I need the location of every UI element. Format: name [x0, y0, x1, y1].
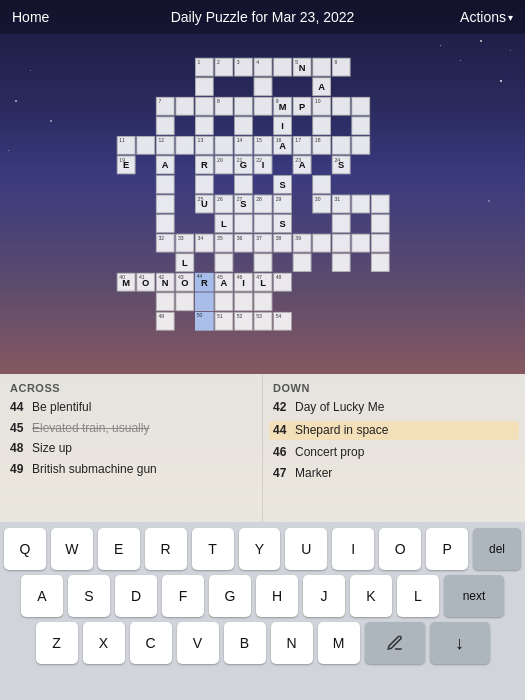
cell[interactable] — [195, 175, 214, 194]
pen-icon-key[interactable] — [365, 622, 425, 664]
cell[interactable] — [116, 77, 135, 96]
cell[interactable] — [234, 332, 253, 351]
cell[interactable] — [234, 175, 253, 194]
cell[interactable] — [253, 214, 272, 233]
cell[interactable] — [155, 175, 174, 194]
cell[interactable] — [292, 292, 311, 311]
cell[interactable] — [214, 292, 233, 311]
next-key[interactable]: next — [444, 575, 504, 617]
cell[interactable] — [136, 292, 155, 311]
cell[interactable]: A — [155, 156, 174, 175]
cell[interactable]: 44R — [195, 273, 214, 292]
cell[interactable]: 46I — [234, 273, 253, 292]
cell[interactable] — [136, 312, 155, 331]
cell[interactable]: 15 — [253, 136, 272, 155]
key-G[interactable]: G — [209, 575, 251, 617]
cell[interactable]: 11 — [116, 136, 135, 155]
cell[interactable]: A — [312, 77, 331, 96]
cell[interactable]: 51 — [214, 312, 233, 331]
cell[interactable] — [195, 332, 214, 351]
cell[interactable] — [331, 273, 350, 292]
cell[interactable]: 41O — [136, 273, 155, 292]
cell[interactable] — [370, 136, 389, 155]
clue-down-44[interactable]: 44 Shepard in space — [269, 421, 519, 441]
cell[interactable] — [136, 332, 155, 351]
down-arrow-key[interactable]: ↓ — [430, 622, 490, 664]
cell[interactable] — [234, 77, 253, 96]
key-Y[interactable]: Y — [239, 528, 281, 570]
cell[interactable] — [253, 116, 272, 135]
cell[interactable]: L — [175, 253, 194, 272]
cell[interactable] — [273, 332, 292, 351]
key-K[interactable]: K — [350, 575, 392, 617]
cell[interactable] — [253, 97, 272, 116]
cell[interactable] — [390, 116, 409, 135]
cell[interactable] — [331, 77, 350, 96]
cell[interactable] — [370, 116, 389, 135]
cell[interactable] — [155, 77, 174, 96]
cell[interactable] — [390, 253, 409, 272]
cell[interactable] — [351, 312, 370, 331]
cell[interactable] — [370, 312, 389, 331]
cell[interactable]: 38 — [273, 234, 292, 253]
cell[interactable] — [370, 273, 389, 292]
cell[interactable] — [292, 175, 311, 194]
clue-down-42[interactable]: 42 Day of Lucky Me — [273, 400, 515, 416]
cell[interactable] — [136, 77, 155, 96]
cell[interactable]: 36 — [234, 234, 253, 253]
cell[interactable] — [292, 253, 311, 272]
cell[interactable] — [370, 77, 389, 96]
cell[interactable] — [331, 97, 350, 116]
cell[interactable]: 45A — [214, 273, 233, 292]
cell[interactable] — [331, 312, 350, 331]
cell[interactable] — [390, 292, 409, 311]
cell[interactable] — [331, 234, 350, 253]
cell[interactable]: 39 — [292, 234, 311, 253]
cell[interactable] — [116, 175, 135, 194]
cell[interactable] — [116, 253, 135, 272]
cell[interactable]: 18 — [312, 136, 331, 155]
cell[interactable]: 12 — [155, 136, 174, 155]
cell[interactable] — [312, 156, 331, 175]
crossword-grid[interactable]: 12345N6A789MP10I111213141516A171819EAR20… — [116, 58, 408, 350]
cell[interactable] — [331, 175, 350, 194]
cell[interactable] — [273, 292, 292, 311]
cell[interactable]: 35 — [214, 234, 233, 253]
key-F[interactable]: F — [162, 575, 204, 617]
cell[interactable] — [312, 234, 331, 253]
cell[interactable] — [195, 214, 214, 233]
cell[interactable] — [136, 116, 155, 135]
cell[interactable] — [370, 253, 389, 272]
cell[interactable] — [390, 58, 409, 77]
cell[interactable] — [273, 253, 292, 272]
cell[interactable] — [175, 332, 194, 351]
cell[interactable]: 17 — [292, 136, 311, 155]
cell[interactable] — [331, 214, 350, 233]
cell[interactable]: 53 — [253, 312, 272, 331]
clue-across-49[interactable]: 49 British submachine gun — [10, 462, 252, 478]
cell[interactable]: 9M — [273, 97, 292, 116]
cell[interactable] — [136, 136, 155, 155]
cell[interactable]: 7 — [155, 97, 174, 116]
cell[interactable] — [214, 175, 233, 194]
cell[interactable] — [175, 136, 194, 155]
cell[interactable] — [292, 214, 311, 233]
cell[interactable] — [370, 234, 389, 253]
cell[interactable]: 30 — [312, 195, 331, 214]
cell[interactable] — [351, 77, 370, 96]
key-T[interactable]: T — [192, 528, 234, 570]
key-J[interactable]: J — [303, 575, 345, 617]
cell[interactable] — [136, 253, 155, 272]
cell[interactable] — [370, 156, 389, 175]
cell[interactable] — [214, 77, 233, 96]
cell[interactable] — [155, 292, 174, 311]
cell[interactable] — [351, 195, 370, 214]
cell[interactable] — [312, 292, 331, 311]
cell[interactable]: 52 — [234, 312, 253, 331]
cell[interactable] — [390, 195, 409, 214]
cell[interactable] — [351, 97, 370, 116]
cell[interactable] — [234, 292, 253, 311]
key-S[interactable]: S — [68, 575, 110, 617]
cell[interactable] — [155, 253, 174, 272]
cell[interactable] — [292, 312, 311, 331]
